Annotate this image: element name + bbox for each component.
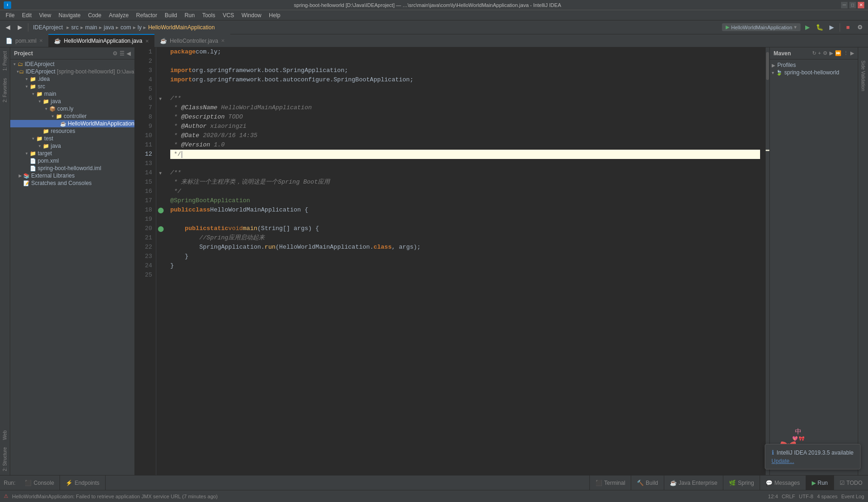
vtab-favorites[interactable]: 2: Favorites (0, 74, 9, 106)
bottom-tab-terminal[interactable]: ⬛Terminal (589, 476, 631, 490)
run-coverage-btn[interactable]: ▶ (827, 22, 837, 33)
line-9: 9 (139, 122, 152, 131)
vtab-web[interactable]: Web (0, 427, 9, 443)
tree-external-libs[interactable]: ▶ 📚 External Libraries (10, 172, 134, 179)
project-options-btn[interactable]: ☰ (120, 50, 125, 57)
controller-close[interactable]: ✕ (221, 38, 225, 43)
left-vtabs: 1: Project 2: Favorites Web 2: Structure (0, 47, 10, 475)
settings-btn[interactable]: ⚙ (855, 22, 865, 33)
bottom-tab-java-enterprise[interactable]: ☕Java Enterprise (664, 476, 723, 490)
menu-item-view[interactable]: View (35, 11, 55, 20)
tree-iml[interactable]: 📄 spring-boot-helloworld.iml (10, 165, 134, 172)
crumb-arrow6: ▸ (143, 24, 146, 31)
gutter-1 (156, 47, 165, 57)
toolbar-back-btn[interactable]: ◀ (3, 22, 13, 33)
menu-item-window[interactable]: Window (238, 11, 265, 20)
tree-project[interactable]: ▾ 🗂 IDEAproject [spring-boot-helloworld]… (10, 68, 134, 75)
tree-target[interactable]: ▾ 📁 target (10, 150, 134, 157)
bottom-tab-build[interactable]: 🔨Build (631, 476, 664, 490)
tree-src[interactable]: ▾ 📁 src (10, 83, 134, 90)
tree-idea[interactable]: ▾ 📁 .idea (10, 75, 134, 83)
tab-main-application[interactable]: ☕ HelloWorldMainApplication.java ✕ (48, 34, 154, 47)
toolbar-forward-btn[interactable]: ▶ (15, 22, 25, 33)
dropdown-icon: ▾ (794, 24, 797, 30)
pom-close[interactable]: ✕ (39, 38, 43, 43)
bottom-tab-messages[interactable]: 💬Messages (760, 476, 806, 490)
maven-more-btn[interactable]: ⋮ (843, 50, 848, 56)
menu-item-code[interactable]: Code (84, 11, 105, 20)
menu-item-analyze[interactable]: Analyze (105, 11, 133, 20)
java-icon: ☕ (54, 38, 61, 44)
menu-item-refactor[interactable]: Refactor (133, 11, 161, 20)
maximize-btn[interactable]: □ (849, 2, 856, 8)
maven-project[interactable]: ▾ 🍃 spring-boot-helloworld (772, 69, 856, 76)
tree-resources[interactable]: 📁 resources (10, 127, 134, 135)
bottom-tab-spring[interactable]: 🌿Spring (723, 476, 760, 490)
info-icon: ℹ (772, 449, 774, 456)
menu-item-build[interactable]: Build (161, 11, 181, 20)
line-10: 10 (139, 131, 152, 140)
bottom-tab-run[interactable]: ▶Run (806, 476, 834, 490)
run-config-selector[interactable]: ▶ HelloWorldMainApplication ▾ (722, 23, 801, 31)
bottom-tab-todo[interactable]: ☑TODO (834, 476, 868, 490)
menu-item-help[interactable]: Help (265, 11, 284, 20)
terminal-icon: ⬛ (595, 480, 602, 486)
maven-add-btn[interactable]: + (818, 50, 821, 56)
notification-update-link[interactable]: Update... (772, 458, 795, 464)
notification-title: ℹ IntelliJ IDEA 2019.3.5 available (772, 449, 854, 456)
close-btn[interactable]: ✕ (858, 2, 864, 8)
maven-skip-btn[interactable]: ⏩ (835, 50, 841, 56)
tree-comly[interactable]: ▾ 📦 com.ly (10, 105, 134, 112)
menu-item-navigate[interactable]: Navigate (55, 11, 84, 20)
tree-pom[interactable]: 📄 pom.xml (10, 157, 134, 165)
vtab-structure[interactable]: 2: Structure (0, 443, 9, 475)
gutter-16 (156, 187, 165, 196)
tree-controller[interactable]: ▾ 📁 controller (10, 112, 134, 120)
event-log-btn[interactable]: Event Log (841, 494, 864, 499)
gutter-23 (156, 252, 165, 261)
code-editor[interactable]: 1 2 3 4 5 6 7 8 9 10 11 12 13 14 15 16 1… (135, 47, 769, 475)
vtab-side-validation[interactable]: Side Validation (859, 57, 868, 95)
main-app-close[interactable]: ✕ (145, 39, 149, 44)
tree-test-java[interactable]: ▾ 📁 java (10, 142, 134, 150)
status-position[interactable]: 12:4 (768, 494, 778, 499)
code-content[interactable]: package com.ly; import org.springframewo… (165, 47, 766, 475)
crumb-ly: ly (138, 24, 142, 31)
run-btn[interactable]: ▶ (802, 22, 813, 33)
code-line-25 (170, 271, 760, 280)
maven-refresh-btn[interactable]: ↻ (812, 50, 816, 56)
tree-main[interactable]: ▾ 📁 main (10, 90, 134, 98)
gutter-6: ▾ (156, 94, 165, 103)
scroll-thumb[interactable] (766, 52, 769, 80)
right-scrollbar[interactable] (766, 47, 769, 475)
status-encoding[interactable]: UTF-8 (799, 494, 813, 499)
tree-java[interactable]: ▾ 📁 java (10, 98, 134, 105)
tree-root[interactable]: ▾ 🗂 IDEAproject (10, 60, 134, 68)
vtab-project[interactable]: 1: Project (0, 47, 9, 74)
project-collapse-btn[interactable]: ◀ (127, 50, 131, 57)
run-tab-endpoints[interactable]: ⚡ Endpoints (60, 476, 105, 490)
pom-label: pom.xml (15, 38, 36, 44)
status-crlf[interactable]: CRLF (782, 494, 795, 499)
menu-item-run[interactable]: Run (181, 11, 199, 20)
tree-hello-main[interactable]: ☕ HelloWorldMainApplication (10, 120, 134, 127)
project-gear-btn[interactable]: ⚙ (113, 50, 118, 57)
status-indent[interactable]: 4 spaces (817, 494, 837, 499)
debug-btn[interactable]: 🐛 (815, 22, 825, 33)
tree-scratches[interactable]: 📝 Scratches and Consoles (10, 179, 134, 187)
maven-settings-btn[interactable]: ⚙ (823, 50, 828, 56)
minimize-btn[interactable]: ─ (841, 2, 848, 8)
menu-item-vcs[interactable]: VCS (219, 11, 238, 20)
tree-test[interactable]: ▾ 📁 test (10, 135, 134, 142)
menu-item-edit[interactable]: Edit (18, 11, 35, 20)
stop-btn[interactable]: ■ (843, 22, 853, 33)
menu-item-file[interactable]: File (2, 11, 18, 20)
maven-profiles[interactable]: ▶ Profiles (772, 61, 856, 69)
maven-collapse-btn[interactable]: ▶ (850, 50, 854, 56)
tab-hello-controller[interactable]: ☕ HelloController.java ✕ (154, 34, 230, 47)
title-bar: I spring-boot-helloworld [D:\Java\IDEApr… (0, 0, 868, 10)
maven-run-btn[interactable]: ▶ (829, 50, 833, 56)
menu-item-tools[interactable]: Tools (199, 11, 219, 20)
run-tab-console[interactable]: ⬛ Console (19, 476, 60, 490)
tab-pom[interactable]: 📄 pom.xml ✕ (0, 34, 48, 47)
